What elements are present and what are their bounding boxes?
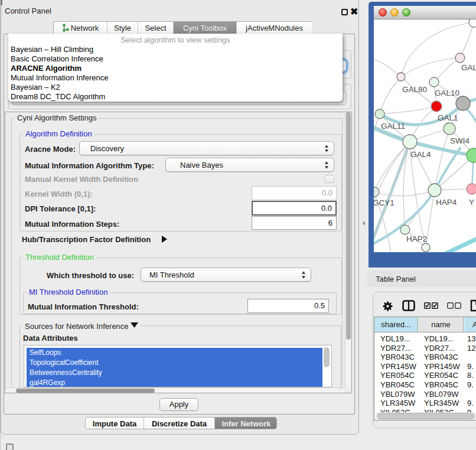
- svg-text:Y: Y: [469, 198, 474, 207]
- svg-text:GAL10: GAL10: [435, 89, 459, 97]
- svg-text:GAL80: GAL80: [402, 85, 427, 94]
- svg-text:HAP4: HAP4: [436, 198, 457, 207]
- svg-text:GAL: GAL: [461, 63, 476, 72]
- svg-text:SWI4: SWI4: [450, 136, 470, 145]
- svg-text:GCY1: GCY1: [374, 198, 395, 207]
- svg-text:GAL11: GAL11: [381, 122, 405, 131]
- svg-text:GAL1: GAL1: [438, 113, 458, 122]
- svg-text:GAL4: GAL4: [410, 150, 431, 159]
- svg-text:HAP2: HAP2: [406, 234, 427, 243]
